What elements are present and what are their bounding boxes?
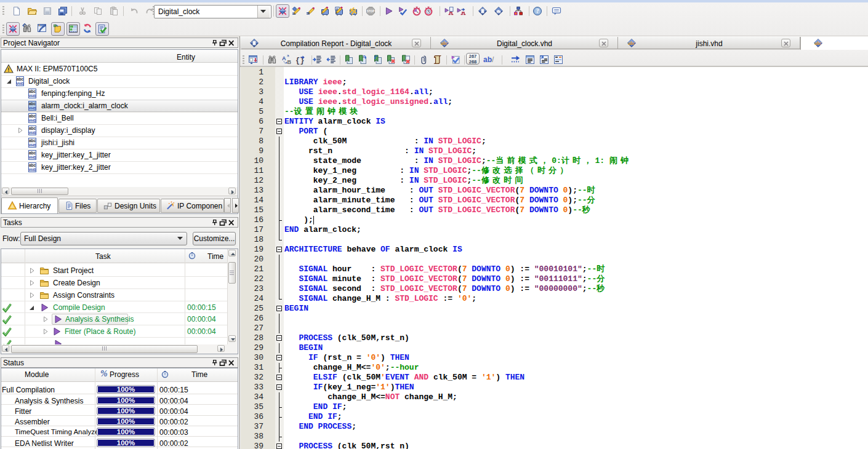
svg-text:abc: abc [29,151,36,155]
svg-text:A: A [282,55,286,62]
svg-text:abc: abc [29,114,36,118]
svg-text:abc: abc [29,163,36,167]
svg-text:B: B [287,59,292,65]
svg-text:abc: abc [29,89,36,93]
svg-text:VHD: VHD [28,168,36,172]
svg-text:abc: abc [29,138,36,143]
svg-text:abc: abc [441,41,449,46]
svg-text:abc: abc [815,41,822,46]
svg-text:VHD: VHD [28,106,36,110]
svg-text:?: ? [536,8,539,14]
svg-text:VHD: VHD [28,119,36,122]
svg-text:abc: abc [29,101,36,106]
svg-text:abc: abc [17,77,24,81]
svg-text:STOP: STOP [367,10,374,13]
svg-text:VHD: VHD [28,156,36,159]
svg-text:abc: abc [29,126,36,130]
svg-text:VHD: VHD [28,143,36,147]
svg-text:VHD: VHD [16,82,23,85]
svg-text:VHD: VHD [28,94,36,98]
svg-text:VHD: VHD [28,131,36,135]
svg-text:abc: abc [629,41,636,46]
